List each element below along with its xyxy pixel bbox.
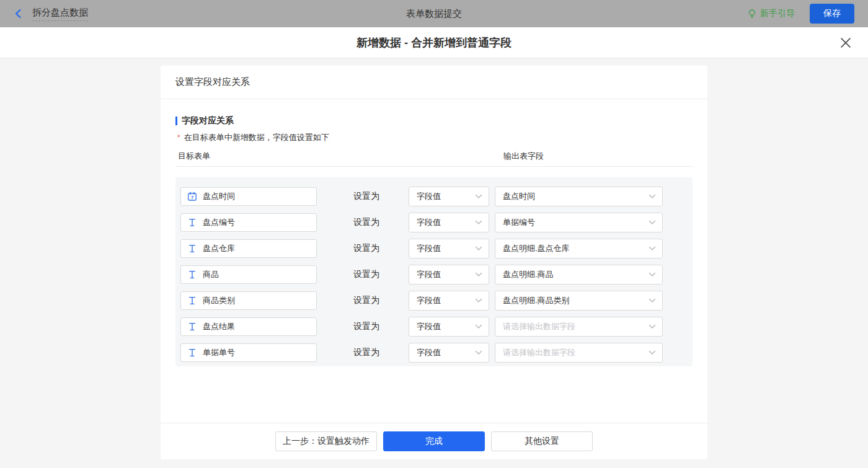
chevron-left-icon xyxy=(14,9,24,19)
output-field-select[interactable]: 盘点时间 xyxy=(495,187,663,206)
mode-select[interactable]: 字段值 xyxy=(409,239,489,258)
lightbulb-icon xyxy=(747,9,757,19)
output-field-select[interactable]: 请选择输出数据字段 xyxy=(495,343,663,363)
text-field-icon xyxy=(187,218,197,227)
mode-select[interactable]: 字段值 xyxy=(409,187,489,206)
set-as-label: 设置为 xyxy=(353,243,381,254)
mode-select[interactable]: 字段值 xyxy=(409,265,489,285)
card-body: 字段对应关系 * 在目标表单中新增数据，字段值设置如下 目标表单 输出表字段 盘… xyxy=(161,99,707,423)
target-field-label: 盘点编号 xyxy=(203,217,235,228)
target-field-label: 盘点结果 xyxy=(203,321,235,332)
chevron-down-icon xyxy=(649,220,656,225)
target-field-label: 商品 xyxy=(203,269,219,280)
card-footer: 上一步：设置触发动作 完成 其他设置 xyxy=(161,423,707,459)
column-output-fields: 输出表字段 xyxy=(503,151,544,162)
output-field-select[interactable]: 盘点明细.商品类别 xyxy=(495,291,663,311)
set-as-label: 设置为 xyxy=(353,217,381,228)
chevron-down-icon xyxy=(475,350,482,355)
mode-select[interactable]: 字段值 xyxy=(409,343,489,363)
back-button[interactable]: 拆分盘点数据 xyxy=(14,7,88,21)
target-field-box[interactable]: 盘点时间 xyxy=(180,187,317,206)
output-select-value: 盘点明细.商品类别 xyxy=(503,295,570,306)
modal-content: 设置字段对应关系 字段对应关系 * 在目标表单中新增数据，字段值设置如下 目标表… xyxy=(0,58,868,468)
other-settings-button[interactable]: 其他设置 xyxy=(491,431,593,451)
field-map-row: 盘点编号 设置为 字段值 单据编号 xyxy=(180,213,693,232)
chevron-down-icon xyxy=(649,298,656,303)
text-field-icon xyxy=(187,270,197,280)
field-map-row: 盘点结果 设置为 字段值 请选择输出数据字段 xyxy=(180,317,693,336)
chevron-down-icon xyxy=(649,324,656,329)
output-select-value: 盘点明细.盘点仓库 xyxy=(503,243,570,254)
column-target-form: 目标表单 xyxy=(178,151,210,162)
target-field-box[interactable]: 商品 xyxy=(180,265,317,284)
text-field-icon xyxy=(187,322,197,332)
hint-label: 在目标表单中新增数据，字段值设置如下 xyxy=(184,132,329,143)
field-map-row: 商品类别 设置为 字段值 盘点明细.商品类别 xyxy=(180,291,693,310)
field-map-row: 商品 设置为 字段值 盘点明细.商品 xyxy=(180,265,693,284)
modal-header: 新增数据 - 合并新增到普通字段 xyxy=(0,27,868,58)
mode-select-value: 字段值 xyxy=(417,243,441,254)
required-asterisk: * xyxy=(177,133,180,142)
chevron-down-icon xyxy=(649,194,656,199)
close-icon[interactable] xyxy=(839,37,852,49)
set-as-label: 设置为 xyxy=(353,321,381,332)
output-field-select[interactable]: 盘点明细.盘点仓库 xyxy=(495,239,663,258)
section-title-text: 字段对应关系 xyxy=(182,115,234,126)
text-field-icon xyxy=(187,244,197,254)
text-field-icon xyxy=(187,296,197,306)
card-header: 设置字段对应关系 xyxy=(161,66,707,99)
target-field-box[interactable]: 单据单号 xyxy=(180,343,317,362)
beginner-guide-link[interactable]: 新手引导 xyxy=(747,8,795,19)
mode-select[interactable]: 字段值 xyxy=(409,213,489,232)
chevron-down-icon xyxy=(475,246,482,251)
mode-select[interactable]: 字段值 xyxy=(409,291,489,311)
chevron-down-icon xyxy=(649,246,656,251)
field-map-row: 单据单号 设置为 字段值 请选择输出数据字段 xyxy=(180,343,693,362)
mode-select-value: 字段值 xyxy=(417,295,441,306)
set-as-label: 设置为 xyxy=(353,191,381,202)
target-field-label: 商品类别 xyxy=(203,295,235,306)
modal-title: 新增数据 - 合并新增到普通字段 xyxy=(356,35,512,50)
previous-step-button[interactable]: 上一步：设置触发动作 xyxy=(275,431,377,451)
output-field-select[interactable]: 单据编号 xyxy=(495,213,663,232)
chevron-down-icon xyxy=(475,324,482,329)
field-map-row: 盘点时间 设置为 字段值 盘点时间 xyxy=(180,187,693,206)
section-title: 字段对应关系 xyxy=(175,115,693,126)
output-select-value: 单据编号 xyxy=(503,217,535,228)
target-field-box[interactable]: 盘点编号 xyxy=(180,213,317,232)
output-select-placeholder: 请选择输出数据字段 xyxy=(503,347,575,358)
target-field-box[interactable]: 商品类别 xyxy=(180,291,317,310)
output-select-value: 盘点时间 xyxy=(503,191,535,202)
target-field-label: 盘点时间 xyxy=(203,191,235,202)
target-field-box[interactable]: 盘点仓库 xyxy=(180,239,317,258)
field-mapping-panel: 盘点时间 设置为 字段值 盘点时间 盘点编号 xyxy=(175,177,693,366)
hint-text: * 在目标表单中新增数据，字段值设置如下 xyxy=(175,132,693,143)
finish-button[interactable]: 完成 xyxy=(383,431,485,451)
section-accent-bar xyxy=(175,117,177,125)
target-field-label: 盘点仓库 xyxy=(203,243,235,254)
mode-select-value: 字段值 xyxy=(417,347,441,358)
page-title: 表单数据提交 xyxy=(0,8,868,20)
top-bar: 拆分盘点数据 表单数据提交 新手引导 保存 xyxy=(0,0,868,27)
mode-select[interactable]: 字段值 xyxy=(409,317,489,337)
column-headers: 目标表单 输出表字段 xyxy=(175,151,693,167)
save-button[interactable]: 保存 xyxy=(810,4,854,24)
output-field-select[interactable]: 盘点明细.商品 xyxy=(495,265,663,285)
workflow-title[interactable]: 拆分盘点数据 xyxy=(32,7,88,21)
chevron-down-icon xyxy=(475,272,482,277)
output-select-placeholder: 请选择输出数据字段 xyxy=(503,321,575,332)
text-field-icon xyxy=(187,348,197,358)
field-map-row: 盘点仓库 设置为 字段值 盘点明细.盘点仓库 xyxy=(180,239,693,258)
output-select-value: 盘点明细.商品 xyxy=(503,269,554,280)
set-as-label: 设置为 xyxy=(353,295,381,306)
chevron-down-icon xyxy=(475,298,482,303)
target-field-box[interactable]: 盘点结果 xyxy=(180,317,317,336)
mode-select-value: 字段值 xyxy=(417,217,441,228)
calendar-icon xyxy=(187,192,197,201)
set-as-label: 设置为 xyxy=(353,347,381,358)
output-field-select[interactable]: 请选择输出数据字段 xyxy=(495,317,663,337)
chevron-down-icon xyxy=(649,350,656,355)
mode-select-value: 字段值 xyxy=(417,321,441,332)
beginner-guide-label: 新手引导 xyxy=(760,8,795,19)
mode-select-value: 字段值 xyxy=(417,191,441,202)
